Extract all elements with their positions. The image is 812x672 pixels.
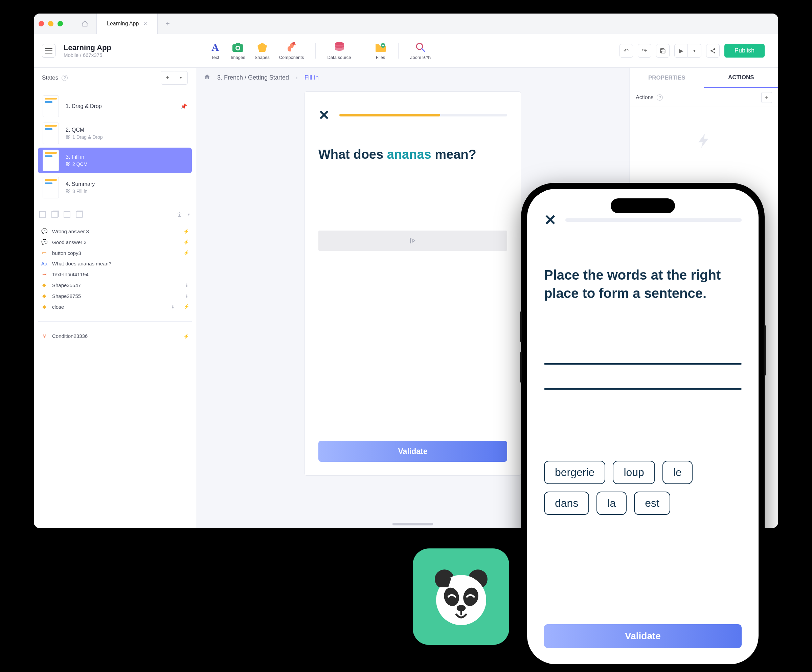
layer-label: Condition23336 [52,333,88,339]
layer-item[interactable]: ⇥Text-Input41194 [36,269,193,279]
layer-type-icon: ⇥ [41,271,48,277]
layer-tool-2[interactable] [51,211,58,218]
layer-item[interactable]: ◆close🌡⚡ [36,302,193,312]
thermometer-icon: 🌡 [184,293,189,299]
tool-shapes[interactable]: Shapes [255,41,270,60]
tab-actions[interactable]: ACTIONS [704,68,778,88]
datasource-icon [333,41,345,53]
state-thumbnail [43,150,59,171]
publish-button[interactable]: Publish [724,44,765,58]
trash-icon[interactable]: 🗑 [177,212,183,218]
save-button[interactable] [656,44,670,58]
svg-line-10 [422,49,425,51]
layer-type-icon: Aa [41,261,48,267]
trash-dropdown[interactable]: ▼ [187,213,191,216]
pin-icon[interactable]: 📌 [180,103,187,110]
tab-properties[interactable]: PROPERTIES [629,68,704,88]
add-state-button[interactable]: + [161,71,174,85]
layer-item[interactable]: 💬Good answer 3⚡ [36,237,193,247]
redo-button[interactable]: ↷ [638,44,651,58]
validate-button[interactable]: Validate [318,441,507,462]
files-icon: + [375,41,387,53]
add-tab-button[interactable]: + [158,20,178,28]
layer-type-icon: 💬 [41,239,48,245]
word-chip[interactable]: bergerie [544,461,605,484]
window-traffic-lights [39,21,63,26]
layer-tool-1[interactable] [39,211,46,218]
left-panel: States ? + ▼ 1. Drag & Drop 📌 [34,68,196,528]
tool-text[interactable]: A Text [209,41,221,60]
word-chip[interactable]: dans [544,492,589,515]
text-icon: A [209,41,221,53]
layer-item[interactable]: ⑂Condition23336⚡ [36,331,193,341]
layer-tool-4[interactable] [76,211,83,218]
word-chip[interactable]: est [634,492,670,515]
link-icon: ⛓ [66,161,70,167]
help-icon[interactable]: ? [61,75,68,81]
layer-item[interactable]: AaWhat does ananas mean? [36,259,193,268]
window-titlebar: Learning App × + [34,14,778,34]
app-icon-tile [413,549,509,645]
add-state-dropdown[interactable]: ▼ [174,71,188,85]
tab-title: Learning App [107,21,139,27]
sentence-slot[interactable] [544,388,742,390]
close-tab-icon[interactable]: × [143,21,147,27]
tab-learning-app[interactable]: Learning App × [97,14,158,34]
word-chips: bergerieloupledanslaest [544,461,742,515]
sentence-slot[interactable] [544,363,742,364]
tab-home[interactable] [73,14,97,34]
bolt-icon: ⚡ [183,239,189,245]
tool-datasource[interactable]: Data source [327,41,351,60]
link-icon: ⛓ [66,134,70,140]
breadcrumb-home-icon[interactable] [204,74,210,82]
layer-item[interactable]: ▭button copy3⚡ [36,248,193,258]
device-frame[interactable]: ✕ What does ananas mean? Validate [305,91,521,475]
word-chip[interactable]: le [662,461,693,484]
tool-components[interactable]: Components [279,41,304,60]
sentence-slots[interactable] [544,363,742,390]
add-action-button[interactable]: + [761,92,772,103]
layer-label: Good answer 3 [52,239,87,245]
close-icon[interactable]: ✕ [544,211,556,229]
state-item-summary[interactable]: 4. Summary ⛓3 Fill in [38,175,192,200]
answer-input[interactable] [318,231,507,251]
minimize-window-button[interactable] [48,21,53,26]
undo-button[interactable]: ↶ [619,44,633,58]
tool-zoom[interactable]: Zoom 97% [410,41,432,60]
tool-images[interactable]: Images [231,41,245,60]
state-item-qcm[interactable]: 2. QCM ⛓1 Drag & Drop [38,121,192,146]
share-button[interactable] [706,44,720,58]
menu-button[interactable] [42,44,56,58]
tool-files[interactable]: + Files [375,41,387,60]
layer-label: What does ananas mean? [52,261,111,267]
actions-label: Actions [636,94,653,101]
svg-point-12 [711,50,712,51]
actions-header: Actions ? + [629,88,778,107]
layer-item[interactable]: ◆Shape28755🌡 [36,291,193,301]
close-icon[interactable]: ✕ [318,107,330,123]
preview-button[interactable]: ▶ [674,44,688,58]
quiz-top-row: ✕ [318,107,507,123]
layer-item[interactable]: 💬Wrong answer 3⚡ [36,226,193,236]
word-chip[interactable]: loup [613,461,655,484]
word-chip[interactable]: la [597,492,626,515]
close-window-button[interactable] [39,21,44,26]
preview-dropdown[interactable]: ▼ [688,44,701,58]
header-controls: ↶ ↷ ▶ ▼ Publish [619,44,772,58]
help-icon[interactable]: ? [657,94,663,101]
layers-toolbar: 🗑 ▼ [34,206,196,223]
layer-tool-3[interactable] [63,211,70,218]
header-row: Learning App Mobile / 667x375 A Text Ima… [34,34,778,68]
layer-item[interactable]: ◆Shape35547🌡 [36,280,193,290]
state-thumbnail [43,123,59,144]
state-item-drag-drop[interactable]: 1. Drag & Drop 📌 [38,94,192,119]
maximize-window-button[interactable] [58,21,63,26]
thermometer-icon: 🌡 [184,282,189,288]
breadcrumb-path[interactable]: 3. French / Getting Started [217,74,289,81]
phone-validate-button[interactable]: Validate [544,624,742,648]
layer-type-icon: ⑂ [41,333,48,339]
horizontal-scrollbar[interactable] [392,523,433,525]
state-item-fill-in[interactable]: 3. Fill in ⛓2 QCM [38,148,192,173]
breadcrumb-current[interactable]: Fill in [305,74,319,81]
svg-point-11 [713,48,715,50]
